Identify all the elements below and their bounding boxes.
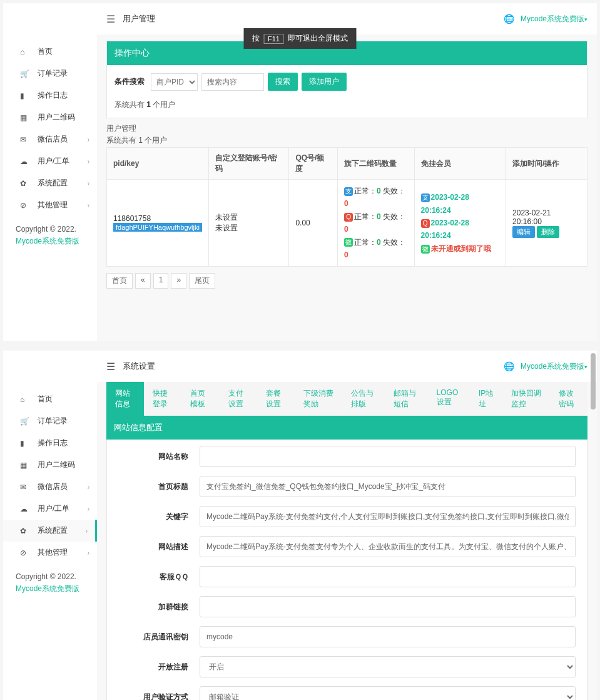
- sidebar-item-3[interactable]: ▦用户二维码: [3, 454, 97, 476]
- page-1[interactable]: 1: [153, 273, 169, 289]
- search-type-select[interactable]: 商户PID: [151, 73, 198, 91]
- page-prev[interactable]: «: [135, 273, 151, 289]
- brand-dropdown[interactable]: Mycode系统免费版▾: [521, 14, 587, 24]
- menu-toggle-icon[interactable]: ☰: [106, 361, 115, 373]
- field-input-group[interactable]: [200, 596, 576, 617]
- field-row-secret: 店员通讯密钥: [118, 626, 576, 647]
- sidebar-item-3[interactable]: ▦用户二维码: [3, 106, 97, 128]
- sidebar-item-1[interactable]: 🛒订单记录: [3, 410, 97, 432]
- tab-7[interactable]: 邮箱与短信: [385, 382, 427, 416]
- menu-icon: ⊘: [20, 548, 29, 557]
- tab-9[interactable]: IP地址: [470, 382, 502, 416]
- field-row-keywords: 关键字: [118, 506, 576, 527]
- copyright: Copyright © 2022. Mycode系统免费版: [3, 564, 97, 602]
- sidebar-item-5[interactable]: ☁用户/工单›: [3, 498, 97, 520]
- menu-icon: ▮: [20, 91, 29, 100]
- pid: 118601758: [113, 214, 202, 223]
- tab-6[interactable]: 公告与排版: [342, 382, 385, 416]
- chevron-right-icon: ›: [88, 482, 89, 491]
- field-row-group: 加群链接: [118, 596, 576, 617]
- tab-4[interactable]: 套餐设置: [257, 382, 295, 416]
- login-acct: 未设置: [215, 212, 283, 223]
- tab-2[interactable]: 首页模板: [181, 382, 219, 416]
- sidebar-item-2[interactable]: ▮操作日志: [3, 432, 97, 454]
- sidebar-item-7[interactable]: ⊘其他管理›: [3, 542, 97, 564]
- tab-3[interactable]: 支付设置: [220, 382, 257, 416]
- login-pwd: 未设置: [215, 223, 283, 234]
- table-title: 用户管理: [106, 118, 587, 135]
- menu-label: 操作日志: [38, 90, 68, 101]
- pagination: 首页 « 1 » 尾页: [106, 267, 587, 295]
- field-input-desc[interactable]: [200, 536, 576, 557]
- search-label: 条件搜索: [114, 76, 145, 87]
- tab-1[interactable]: 快捷登录: [144, 382, 181, 416]
- delete-button[interactable]: 删除: [537, 226, 559, 238]
- menu-icon: ✿: [20, 179, 29, 188]
- table-count: 系统共有 1 个用户: [106, 135, 587, 147]
- search-card: 操作中心 条件搜索 商户PID 搜索 添加用户 系统共有 1 个用户: [106, 41, 587, 118]
- field-input-verify[interactable]: 邮箱验证: [200, 686, 576, 700]
- tab-0[interactable]: 网站信息: [106, 382, 144, 416]
- menu-icon: ⊘: [20, 201, 29, 210]
- add-user-button[interactable]: 添加用户: [302, 73, 347, 91]
- sidebar-item-5[interactable]: ☁用户/工单›: [3, 150, 97, 172]
- field-input-open_reg[interactable]: 开启: [200, 656, 576, 677]
- menu-icon: ✉: [20, 483, 29, 492]
- sidebar-top: ⌂首页🛒订单记录▮操作日志▦用户二维码✉微信店员›☁用户/工单›✿系统配置›⊘其…: [3, 3, 97, 341]
- edit-button[interactable]: 编辑: [512, 226, 535, 238]
- menu-icon: ▦: [20, 461, 29, 470]
- menu-icon: ⌂: [20, 395, 29, 404]
- field-input-home_title[interactable]: [200, 476, 576, 497]
- search-input[interactable]: [201, 73, 264, 91]
- scrollbar[interactable]: [589, 351, 596, 700]
- sidebar-item-0[interactable]: ⌂首页: [3, 41, 97, 63]
- language-icon[interactable]: 🌐: [504, 14, 514, 24]
- field-label: 网站描述: [118, 542, 200, 552]
- settings-tabs: 网站信息快捷登录首页模板支付设置套餐设置下级消费奖励公告与排版邮箱与短信LOGO…: [106, 382, 587, 416]
- sidebar-item-6[interactable]: ✿系统配置›: [3, 172, 97, 194]
- sidebar-item-7[interactable]: ⊘其他管理›: [3, 194, 97, 216]
- page-first[interactable]: 首页: [106, 273, 133, 289]
- menu-label: 用户二维码: [38, 112, 75, 123]
- menu-icon: ☁: [20, 157, 29, 166]
- field-row-desc: 网站描述: [118, 536, 576, 557]
- col-pidkey: pid/key: [107, 148, 209, 180]
- sidebar-item-0[interactable]: ⌂首页: [3, 388, 97, 410]
- menu-label: 用户/工单: [38, 156, 69, 167]
- field-input-keywords[interactable]: [200, 506, 576, 527]
- tab-11[interactable]: 修改密码: [550, 382, 587, 416]
- field-input-secret[interactable]: [200, 626, 576, 647]
- field-input-site_name[interactable]: [200, 446, 576, 467]
- page-last[interactable]: 尾页: [189, 273, 215, 289]
- search-button[interactable]: 搜索: [268, 73, 298, 91]
- table-row: 118601758 fdaghPUIFYHaqwufhbgvljki 未设置 未…: [107, 180, 587, 267]
- menu-label: 首页: [38, 394, 53, 404]
- field-row-verify: 用户验证方式邮箱验证: [118, 686, 576, 700]
- brand-dropdown[interactable]: Mycode系统免费版▾: [521, 361, 587, 372]
- field-input-qq[interactable]: [200, 566, 576, 587]
- language-icon[interactable]: 🌐: [504, 361, 514, 371]
- sidebar-item-6[interactable]: ✿系统配置›: [3, 520, 97, 542]
- chevron-right-icon: ›: [88, 178, 89, 187]
- tab-5[interactable]: 下级消费奖励: [295, 382, 342, 416]
- sidebar-bottom: ⌂首页🛒订单记录▮操作日志▦用户二维码✉微信店员›☁用户/工单›✿系统配置›⊘其…: [3, 351, 97, 700]
- sidebar-item-2[interactable]: ▮操作日志: [3, 85, 97, 106]
- page-next[interactable]: »: [171, 273, 186, 289]
- wechat-icon: 微: [344, 238, 353, 247]
- menu-toggle-icon[interactable]: ☰: [106, 13, 115, 25]
- add-time: 2023-02-21 20:16:00: [512, 208, 581, 226]
- col-qq: QQ号/额度: [289, 148, 338, 180]
- copyright-link[interactable]: Mycode系统免费版: [16, 584, 79, 593]
- qq-icon: Q: [421, 219, 430, 228]
- copyright-link[interactable]: Mycode系统免费版: [16, 237, 79, 245]
- col-ops: 添加时间/操作: [506, 148, 587, 180]
- sidebar-item-1[interactable]: 🛒订单记录: [3, 63, 97, 85]
- main-bottom: ☰ 系统设置 🌐 Mycode系统免费版▾ 网站信息快捷登录首页模板支付设置套餐…: [97, 351, 597, 700]
- tab-10[interactable]: 加快回调监控: [502, 382, 550, 416]
- sidebar-item-4[interactable]: ✉微信店员›: [3, 476, 97, 498]
- field-row-site_name: 网站名称: [118, 446, 576, 467]
- tab-8[interactable]: LOGO设置: [428, 382, 470, 416]
- menu-label: 微信店员: [38, 481, 68, 492]
- sidebar-item-4[interactable]: ✉微信店员›: [3, 128, 97, 150]
- menu-icon: 🛒: [20, 69, 29, 78]
